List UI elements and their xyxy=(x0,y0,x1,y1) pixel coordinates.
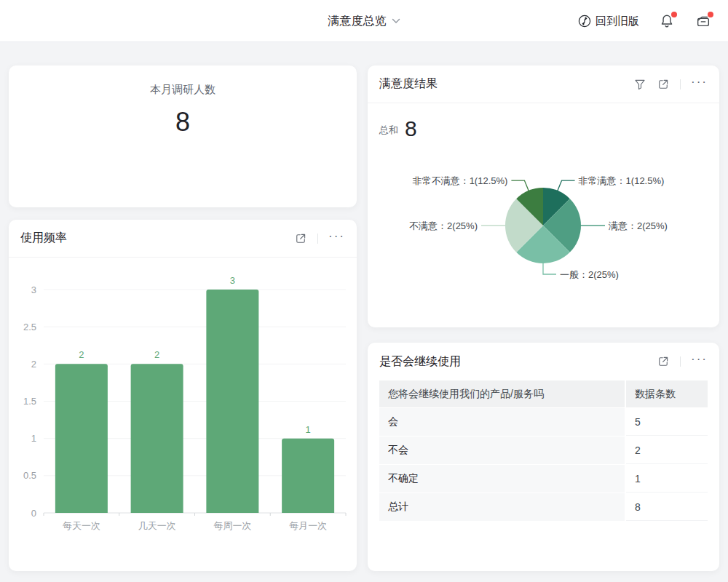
usage-frequency-bar-chart: 00.511.522.532每天一次2几天一次3每周一次1每月一次 xyxy=(9,258,357,570)
top-bar-actions: 回到旧版 xyxy=(578,0,712,42)
more-options-icon[interactable]: ··· xyxy=(691,79,708,90)
messages-button[interactable] xyxy=(695,12,712,30)
satisfaction-pie-chart: 非常满意：1(12.5%)满意：2(25%)一般：2(25%)不满意：2(25%… xyxy=(368,146,719,327)
table-cell-answer: 会 xyxy=(379,408,625,436)
table-row[interactable]: 总计8 xyxy=(379,493,708,521)
export-icon[interactable] xyxy=(294,232,307,245)
y-tick-label: 0.5 xyxy=(23,470,36,481)
card-usage-frequency: 使用频率 ··· 00.511.522.532每天一次2几天一次3每周一次1每月… xyxy=(9,220,357,571)
pie-callout-line xyxy=(558,180,575,191)
continue-use-table: 您将会继续使用我们的产品/服务吗数据条数会5不会2不确定1总计8 xyxy=(368,380,719,521)
back-to-old-version-label: 回到旧版 xyxy=(596,15,639,28)
y-tick-label: 1.5 xyxy=(23,396,36,407)
tools-divider xyxy=(317,234,318,244)
continue-card-header: 是否会继续使用 ··· xyxy=(368,343,719,380)
bar-value-label: 1 xyxy=(306,424,311,435)
card-satisfaction-result: 满意度结果 ··· 总和 8 非常满意：1(12.5%)满意：2(25%)一般：… xyxy=(368,65,719,327)
x-category-label: 每周一次 xyxy=(213,520,251,531)
continue-card-tools: ··· xyxy=(657,355,708,368)
pie-sum-row: 总和 8 xyxy=(368,103,719,140)
y-tick-label: 2 xyxy=(31,359,36,370)
survey-count-title: 本月调研人数 xyxy=(9,83,357,97)
export-icon[interactable] xyxy=(657,78,670,91)
table-cell-count: 5 xyxy=(626,408,708,436)
top-bar: 满意度总览 回到旧版 xyxy=(0,0,728,42)
pie-callout-line xyxy=(543,263,556,274)
y-tick-label: 0 xyxy=(31,508,36,519)
back-to-old-version-button[interactable]: 回到旧版 xyxy=(578,15,639,28)
frequency-card-header: 使用频率 ··· xyxy=(9,220,357,258)
pie-label-非常不满意: 非常不满意：1(12.5%) xyxy=(413,175,508,186)
tools-divider xyxy=(680,356,681,367)
x-category-label: 每天一次 xyxy=(63,520,100,531)
dashboard-page: 满意度总览 回到旧版 xyxy=(0,0,728,582)
frequency-card-title: 使用频率 xyxy=(20,231,67,246)
card-continue-use: 是否会继续使用 ··· 您将会继续使用我们的产品/服务吗数据条数会5不会2不确定… xyxy=(368,343,719,571)
table-header-count: 数据条数 xyxy=(626,380,708,407)
filter-icon[interactable] xyxy=(633,78,646,91)
frequency-card-tools: ··· xyxy=(294,232,345,245)
table-cell-count: 2 xyxy=(626,436,708,464)
bar-value-label: 2 xyxy=(154,349,159,360)
switch-version-icon xyxy=(578,15,591,28)
table-cell-count: 1 xyxy=(626,465,708,493)
tools-divider xyxy=(680,79,681,89)
page-title: 满意度总览 xyxy=(328,14,387,29)
message-badge xyxy=(708,12,713,17)
continue-card-title: 是否会继续使用 xyxy=(379,354,461,370)
bar-value-label: 3 xyxy=(230,275,235,286)
table-cell-answer: 不确定 xyxy=(379,465,625,493)
export-icon[interactable] xyxy=(657,355,670,368)
chevron-down-icon xyxy=(392,18,400,24)
satisfaction-card-tools: ··· xyxy=(633,78,708,91)
y-tick-label: 1 xyxy=(31,433,36,444)
table-cell-answer: 不会 xyxy=(379,436,625,464)
bar-每周一次[interactable] xyxy=(206,290,258,513)
survey-count-value: 8 xyxy=(9,107,357,137)
y-tick-label: 2.5 xyxy=(23,322,36,332)
x-category-label: 几天一次 xyxy=(138,520,176,531)
sum-label: 总和 xyxy=(379,124,398,140)
bar-每天一次[interactable] xyxy=(55,364,108,513)
notifications-button[interactable] xyxy=(658,12,676,30)
satisfaction-card-title: 满意度结果 xyxy=(379,76,438,92)
pie-label-非常满意: 非常满意：1(12.5%) xyxy=(579,175,665,186)
bar-几天一次[interactable] xyxy=(131,364,183,513)
more-options-icon[interactable]: ··· xyxy=(691,356,708,367)
x-category-label: 每月一次 xyxy=(289,520,327,531)
y-tick-label: 3 xyxy=(31,284,36,295)
table-cell-count: 8 xyxy=(626,493,708,521)
pie-callout-line xyxy=(511,180,529,191)
table-cell-answer: 总计 xyxy=(379,493,625,521)
card-monthly-survey-count: 本月调研人数 8 xyxy=(9,65,357,207)
pie-label-不满意: 不满意：2(25%) xyxy=(409,220,478,231)
table-row[interactable]: 不确定1 xyxy=(379,465,708,493)
bar-value-label: 2 xyxy=(79,349,84,360)
notification-badge xyxy=(671,12,677,17)
table-header-question: 您将会继续使用我们的产品/服务吗 xyxy=(379,380,625,407)
pie-label-一般: 一般：2(25%) xyxy=(560,269,619,280)
bar-每月一次[interactable] xyxy=(282,439,334,513)
satisfaction-card-header: 满意度结果 ··· xyxy=(368,65,719,103)
table-header-row: 您将会继续使用我们的产品/服务吗数据条数 xyxy=(379,380,708,407)
sum-value: 8 xyxy=(405,118,417,140)
pie-label-满意: 满意：2(25%) xyxy=(608,220,668,231)
table-row[interactable]: 会5 xyxy=(379,408,708,436)
more-options-icon[interactable]: ··· xyxy=(328,233,345,244)
table-row[interactable]: 不会2 xyxy=(379,436,708,464)
